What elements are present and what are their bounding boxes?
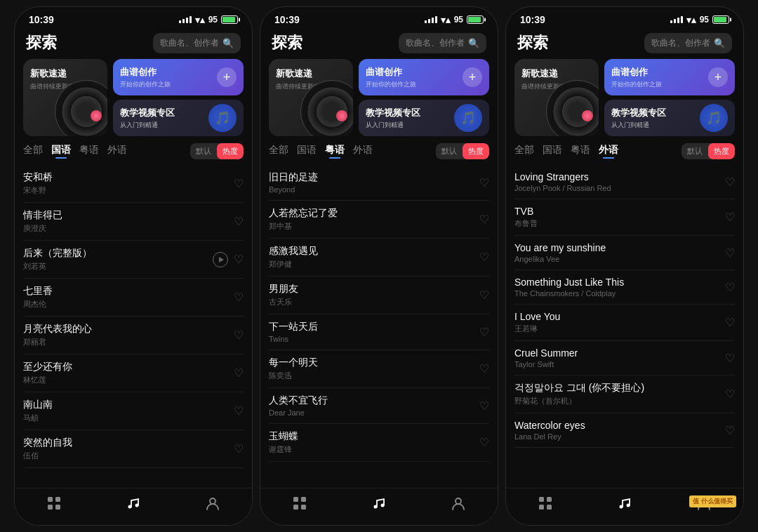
heart-icon[interactable]: ♡ <box>479 176 489 189</box>
tutorial-banner[interactable]: 教学视频专区 从入门到精通 🎵 <box>359 100 489 136</box>
search-icon[interactable]: 🔍 <box>222 38 234 48</box>
heart-icon[interactable]: ♡ <box>725 387 735 401</box>
sort-hot[interactable]: 热度 <box>217 143 244 159</box>
heart-icon[interactable]: ♡ <box>725 246 735 260</box>
tab-国语[interactable]: 国语 <box>543 144 562 159</box>
tab-粤语[interactable]: 粤语 <box>571 144 590 159</box>
tab-全部[interactable]: 全部 <box>23 144 43 159</box>
list-item[interactable]: Watercolor eyes Lana Del Rey ♡ <box>514 413 735 448</box>
list-item[interactable]: You are my sunshine Angelika Vee ♡ <box>514 236 735 270</box>
nav-user[interactable] <box>451 496 466 511</box>
tutorial-banner[interactable]: 教学视频专区 从入门到精通 🎵 <box>113 100 244 136</box>
tab-全部[interactable]: 全部 <box>514 144 534 159</box>
heart-icon[interactable]: ♡ <box>234 253 244 266</box>
sort-default[interactable]: 默认 <box>190 143 217 159</box>
heart-icon[interactable]: ♡ <box>479 213 489 226</box>
tab-粤语[interactable]: 粤语 <box>79 144 99 159</box>
heart-icon[interactable]: ♡ <box>725 352 735 365</box>
sort-default[interactable]: 默认 <box>436 143 463 159</box>
sort-default[interactable]: 默认 <box>681 143 708 159</box>
sort-hot[interactable]: 热度 <box>708 143 735 159</box>
list-item[interactable]: TVB 布鲁普 ♡ <box>514 199 735 236</box>
list-item[interactable]: 下一站天后 Twins ♡ <box>269 314 489 350</box>
nav-music[interactable] <box>617 496 632 511</box>
tab-粤语[interactable]: 粤语 <box>325 144 345 159</box>
heart-icon[interactable]: ♡ <box>725 211 735 224</box>
svg-rect-14 <box>539 497 544 502</box>
compose-banner[interactable]: 曲谱创作 开始你的创作之旅 + <box>359 59 489 95</box>
heart-icon[interactable]: ♡ <box>234 328 244 342</box>
heart-icon[interactable]: ♡ <box>725 424 735 437</box>
heart-icon[interactable]: ♡ <box>234 404 244 418</box>
heart-icon[interactable]: ♡ <box>234 177 244 190</box>
heart-icon[interactable]: ♡ <box>479 288 489 302</box>
list-item[interactable]: Something Just Like This The Chainsmoker… <box>514 270 735 305</box>
heart-icon[interactable]: ♡ <box>234 291 244 304</box>
list-item[interactable]: 人若然忘记了爱 郑中基 ♡ <box>269 201 489 239</box>
nav-grid[interactable] <box>292 496 307 511</box>
search-bar[interactable]: 歌曲名、创作者 🔍 <box>399 33 486 53</box>
sort-hot[interactable]: 热度 <box>463 143 489 159</box>
tab-外语[interactable]: 外语 <box>599 144 618 159</box>
search-icon[interactable]: 🔍 <box>468 38 479 48</box>
list-item[interactable]: 突然的自我 伍佰 ♡ <box>23 430 244 468</box>
heart-icon[interactable]: ♡ <box>725 281 735 294</box>
tutorial-banner[interactable]: 教学视频专区 从入门到精通 🎵 <box>604 100 735 136</box>
song-info: 人若然忘记了爱 郑中基 <box>269 207 479 232</box>
song-actions: ♡ <box>234 366 244 380</box>
compose-banner[interactable]: 曲谱创作 开始你的创作之旅 + <box>113 59 244 95</box>
heart-icon[interactable]: ♡ <box>234 442 244 455</box>
new-songs-banner[interactable]: 新歌速递 曲谱持续更新中 <box>514 59 599 136</box>
list-item[interactable]: 每一个明天 陈奕迅 ♡ <box>269 350 489 388</box>
song-artist: 刘若英 <box>23 261 213 272</box>
play-button[interactable] <box>213 252 228 267</box>
list-item[interactable]: 后来（完整版） 刘若英 ♡ <box>23 241 244 279</box>
heart-icon[interactable]: ♡ <box>725 316 735 329</box>
new-songs-banner[interactable]: 新歌速递 曲谱持续更新中 <box>269 59 353 136</box>
nav-user[interactable] <box>205 496 220 511</box>
song-info: 下一站天后 Twins <box>269 321 479 343</box>
tab-外语[interactable]: 外语 <box>107 144 127 159</box>
heart-icon[interactable]: ♡ <box>725 175 735 189</box>
list-item[interactable]: 男朋友 古天乐 ♡ <box>269 277 489 314</box>
tab-国语[interactable]: 国语 <box>297 144 317 159</box>
list-item[interactable]: 感激我遇见 郑伊健 ♡ <box>269 239 489 277</box>
list-item[interactable]: 七里香 周杰伦 ♡ <box>23 279 244 317</box>
list-item[interactable]: Cruel Summer Taylor Swift ♡ <box>514 341 735 375</box>
list-item[interactable]: 至少还有你 林忆莲 ♡ <box>23 354 244 392</box>
search-icon[interactable]: 🔍 <box>714 38 725 48</box>
nav-grid[interactable] <box>538 496 553 511</box>
list-item[interactable]: 安和桥 宋冬野 ♡ <box>23 165 244 203</box>
list-item[interactable]: 玉蝴蝶 谢霆锋 ♡ <box>269 424 489 462</box>
heart-icon[interactable]: ♡ <box>479 326 489 339</box>
tab-全部[interactable]: 全部 <box>269 144 288 159</box>
plus-button[interactable]: + <box>708 67 728 87</box>
list-item[interactable]: I Love You 王若琳 ♡ <box>514 305 735 341</box>
list-item[interactable]: 情非得已 庾澄庆 ♡ <box>23 203 244 241</box>
compose-banner[interactable]: 曲谱创作 开始你的创作之旅 + <box>604 59 735 95</box>
list-item[interactable]: 걱정말아요 그대 (你不要担心) 野菊花（首尔机） ♡ <box>514 375 735 413</box>
heart-icon[interactable]: ♡ <box>479 399 489 413</box>
nav-music[interactable] <box>126 496 141 511</box>
tab-国语[interactable]: 国语 <box>51 144 71 159</box>
song-title: 突然的自我 <box>23 437 234 449</box>
heart-icon[interactable]: ♡ <box>479 362 489 375</box>
search-bar[interactable]: 歌曲名、创作者 🔍 <box>644 33 732 53</box>
tab-外语[interactable]: 外语 <box>353 144 373 159</box>
plus-button[interactable]: + <box>217 67 237 87</box>
heart-icon[interactable]: ♡ <box>234 366 244 380</box>
phones-container: 10:39 ▾▴ 95 探索 歌曲名、创作者 🔍 新歌速递 曲谱持续更新中 <box>0 0 758 532</box>
list-item[interactable]: 南山南 马頔 ♡ <box>23 392 244 430</box>
search-bar[interactable]: 歌曲名、创作者 🔍 <box>153 33 241 53</box>
list-item[interactable]: 旧日的足迹 Beyond ♡ <box>269 165 489 201</box>
plus-button[interactable]: + <box>463 67 482 87</box>
nav-music[interactable] <box>371 496 387 511</box>
heart-icon[interactable]: ♡ <box>234 215 244 228</box>
heart-icon[interactable]: ♡ <box>479 436 489 449</box>
list-item[interactable]: Loving Strangers Jocelyn Pook / Russian … <box>514 165 735 199</box>
list-item[interactable]: 人类不宜飞行 Dear Jane ♡ <box>269 388 489 424</box>
heart-icon[interactable]: ♡ <box>479 251 489 264</box>
nav-grid[interactable] <box>46 496 62 511</box>
list-item[interactable]: 月亮代表我的心 郑丽君 ♡ <box>23 317 244 354</box>
new-songs-banner[interactable]: 新歌速递 曲谱持续更新中 <box>23 59 107 136</box>
